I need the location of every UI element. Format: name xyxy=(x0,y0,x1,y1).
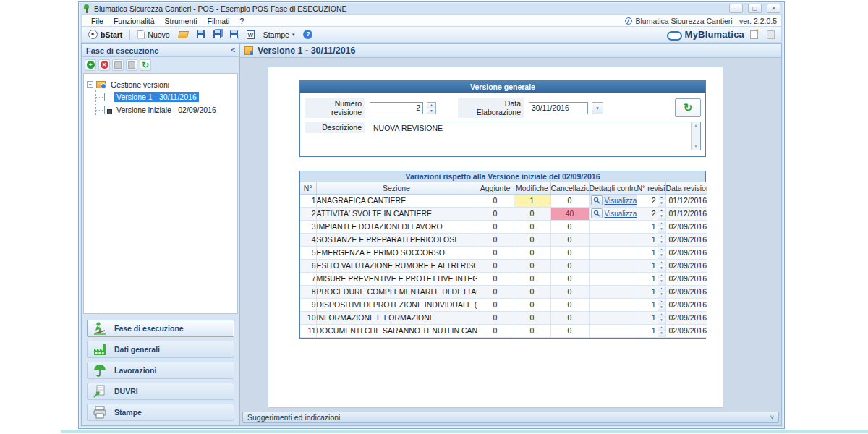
cell-data-revisione[interactable]: 02/09/2016▼ xyxy=(665,246,707,259)
cell-n-revisione[interactable]: 1▲▼ xyxy=(637,259,665,272)
export-word-button[interactable]: W xyxy=(244,30,258,40)
column-header[interactable]: Cancellazioni xyxy=(550,182,589,194)
tree-root-gestione-versioni[interactable]: − Gestione versioni xyxy=(87,78,234,90)
cell-sezione[interactable]: MISURE PREVENTIVE E PROTETTIVE INTEGRATI… xyxy=(316,272,477,285)
spinner-down-icon[interactable]: ▼ xyxy=(427,108,435,114)
spinner-up-icon[interactable]: ▲ xyxy=(658,273,665,279)
spinner-down-icon[interactable]: ▼ xyxy=(658,239,665,246)
data-elaborazione-field[interactable]: 30/11/2016 xyxy=(529,102,588,114)
cell-n-revisione[interactable]: 1▲▼ xyxy=(637,298,665,311)
cell-data-revisione[interactable]: 01/12/2016▼ xyxy=(665,207,707,220)
revisione-stepper[interactable]: ▲▼ xyxy=(658,195,665,207)
scroll-down-icon[interactable]: ▼ xyxy=(692,143,700,150)
refresh-version-button[interactable]: ↻ xyxy=(675,98,701,117)
cell-sezione[interactable]: ANAGRAFICA CANTIERE xyxy=(316,194,477,207)
revisione-stepper[interactable]: ▲▼ xyxy=(658,273,665,285)
cell-n-revisione[interactable]: 2▲▼ xyxy=(637,207,665,220)
status-bar[interactable]: Suggerimenti ed indicazioni ˅ xyxy=(242,412,779,423)
cell-sezione[interactable]: EMERGENZA E PRIMO SOCCORSO xyxy=(316,246,477,259)
cell-n-revisione[interactable]: 2▲▼ xyxy=(637,194,665,207)
menu-strumenti[interactable]: Strumenti xyxy=(160,17,203,25)
spinner-down-icon[interactable]: ▼ xyxy=(658,252,665,259)
spinner-down-icon[interactable]: ▼ xyxy=(658,226,665,233)
tree-expander-icon[interactable]: − xyxy=(87,81,93,88)
spinner-down-icon[interactable]: ▼ xyxy=(658,265,665,272)
cell-n-revisione[interactable]: 1▲▼ xyxy=(637,324,665,337)
spinner-down-icon[interactable]: ▼ xyxy=(658,331,665,337)
cell-n-revisione[interactable]: 1▲▼ xyxy=(637,233,665,246)
numero-revisione-stepper[interactable]: ▲▼ xyxy=(427,102,436,114)
column-header[interactable]: Data revisione xyxy=(665,182,707,194)
cell-sezione[interactable]: DOCUMENTI CHE SARANNO TENUTI IN CANTIERE xyxy=(316,324,477,337)
cell-data-revisione[interactable]: 02/09/2016▼ xyxy=(665,272,707,285)
spinner-up-icon[interactable]: ▲ xyxy=(658,260,665,266)
cell-n-revisione[interactable]: 1▲▼ xyxy=(637,246,665,259)
spinner-down-icon[interactable]: ▼ xyxy=(658,292,665,298)
spinner-down-icon[interactable]: ▼ xyxy=(658,318,665,324)
spinner-up-icon[interactable]: ▲ xyxy=(658,208,665,214)
close-button[interactable]: ✕ xyxy=(767,4,780,13)
cell-data-revisione[interactable]: 02/09/2016▼ xyxy=(665,220,707,233)
revisione-stepper[interactable]: ▲▼ xyxy=(658,325,665,337)
column-header[interactable]: Dettagli confronto xyxy=(589,182,637,194)
magnifier-button[interactable] xyxy=(591,195,603,205)
menu-funzionalit[interactable]: Funzionalità xyxy=(109,17,160,25)
magnifier-button[interactable] xyxy=(591,208,603,218)
spinner-up-icon[interactable]: ▲ xyxy=(658,299,665,305)
revisione-stepper[interactable]: ▲▼ xyxy=(658,286,665,298)
bstart-button[interactable]: ▸ bStart xyxy=(85,29,125,40)
spinner-up-icon[interactable]: ▲ xyxy=(658,325,665,331)
cell-sezione[interactable]: IMPIANTI E DOTAZIONI DI LAVORO xyxy=(316,220,477,233)
spinner-down-icon[interactable]: ▼ xyxy=(658,200,665,207)
spinner-up-icon[interactable]: ▲ xyxy=(658,247,665,253)
refresh-versions-button[interactable]: ↻ xyxy=(140,59,151,71)
cell-data-revisione[interactable]: 02/09/2016▼ xyxy=(665,285,707,298)
menu-filmati[interactable]: Filmati xyxy=(203,17,235,25)
visualizza-link[interactable]: Visualizza xyxy=(605,197,637,205)
cell-dettagli-confronto[interactable]: Visualizza xyxy=(589,194,637,207)
doc-star-button[interactable] xyxy=(747,30,761,40)
minimize-button[interactable]: — xyxy=(729,4,743,13)
column-header[interactable]: N° xyxy=(300,182,316,194)
cell-n-revisione[interactable]: 1▲▼ xyxy=(637,311,665,324)
column-header[interactable]: Modifiche xyxy=(514,182,550,194)
sidebar-item-dati-generali[interactable]: Dati generali xyxy=(87,341,234,358)
sidebar-item-fase-di-esecuzione[interactable]: Fase di esecuzione xyxy=(87,320,234,337)
scroll-up-icon[interactable]: ▲ xyxy=(692,122,700,129)
save-button[interactable] xyxy=(194,30,208,39)
revisione-stepper[interactable]: ▲▼ xyxy=(658,221,665,233)
column-header[interactable]: N° revisione xyxy=(637,182,665,194)
cell-data-revisione[interactable]: 01/12/2016▼ xyxy=(665,194,707,207)
spinner-up-icon[interactable]: ▲ xyxy=(658,234,665,240)
spinner-up-icon[interactable]: ▲ xyxy=(658,221,665,227)
descrizione-scrollbar[interactable]: ▲▼ xyxy=(691,122,700,150)
spinner-down-icon[interactable]: ▼ xyxy=(658,305,665,311)
cell-data-revisione[interactable]: 02/09/2016▼ xyxy=(665,311,707,324)
mybl-brand[interactable]: MyBlumatica xyxy=(665,29,744,40)
save-all-button[interactable] xyxy=(210,30,224,39)
descrizione-field[interactable]: NUOVA REVISIONE ▲▼ xyxy=(370,122,701,150)
tree-item-versione-iniziale[interactable]: Versione iniziale - 02/09/2016 xyxy=(96,103,234,116)
maximize-button[interactable]: ▢ xyxy=(748,4,762,13)
revisione-stepper[interactable]: ▲▼ xyxy=(658,312,665,324)
new-button[interactable]: Nuovo xyxy=(135,30,172,40)
spinner-down-icon[interactable]: ▼ xyxy=(658,213,665,220)
spinner-up-icon[interactable]: ▲ xyxy=(658,286,665,292)
cell-sezione[interactable]: SOSTANZE E PREPARATI PERICOLOSI xyxy=(316,233,477,246)
tree-item-versione-1[interactable]: Versione 1 - 30/11/2016 xyxy=(96,90,234,103)
data-elaborazione-dropdown[interactable]: ▼ xyxy=(592,102,603,114)
cell-data-revisione[interactable]: 02/09/2016▼ xyxy=(665,259,707,272)
sidebar-item-stampe[interactable]: Stampe xyxy=(87,404,234,421)
cell-sezione[interactable]: ATTIVITA' SVOLTE IN CANTIERE xyxy=(316,207,477,220)
visualizza-link[interactable]: Visualizza xyxy=(605,210,637,218)
cell-data-revisione[interactable]: 02/09/2016▼ xyxy=(665,298,707,311)
spinner-up-icon[interactable]: ▲ xyxy=(427,103,435,108)
spinner-up-icon[interactable]: ▲ xyxy=(658,312,665,318)
cell-n-revisione[interactable]: 1▲▼ xyxy=(637,272,665,285)
sidebar-item-lavorazioni[interactable]: Lavorazioni xyxy=(87,362,234,379)
cell-sezione[interactable]: DISPOSITIVI DI PROTEZIONE INDIVIDUALE (D… xyxy=(316,298,477,311)
cell-data-revisione[interactable]: 02/09/2016▼ xyxy=(665,324,707,337)
revisione-stepper[interactable]: ▲▼ xyxy=(658,247,665,259)
column-header[interactable]: Aggiunte xyxy=(477,182,514,194)
spinner-down-icon[interactable]: ▼ xyxy=(658,278,665,285)
